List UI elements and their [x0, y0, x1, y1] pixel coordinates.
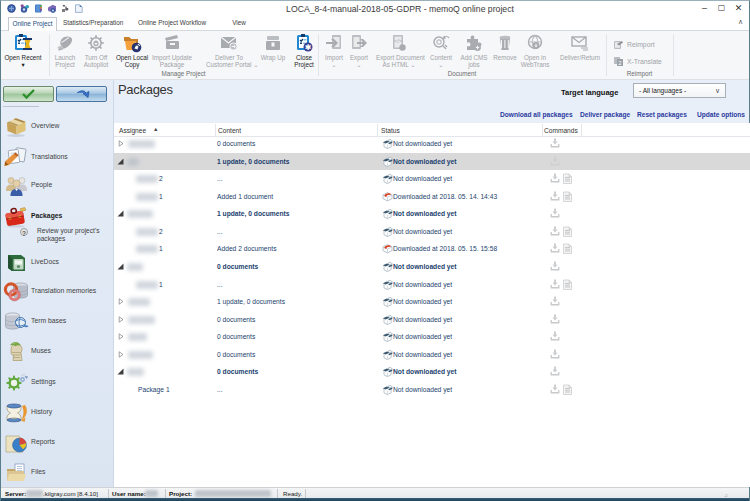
- svg-text:</>: </>: [394, 38, 403, 44]
